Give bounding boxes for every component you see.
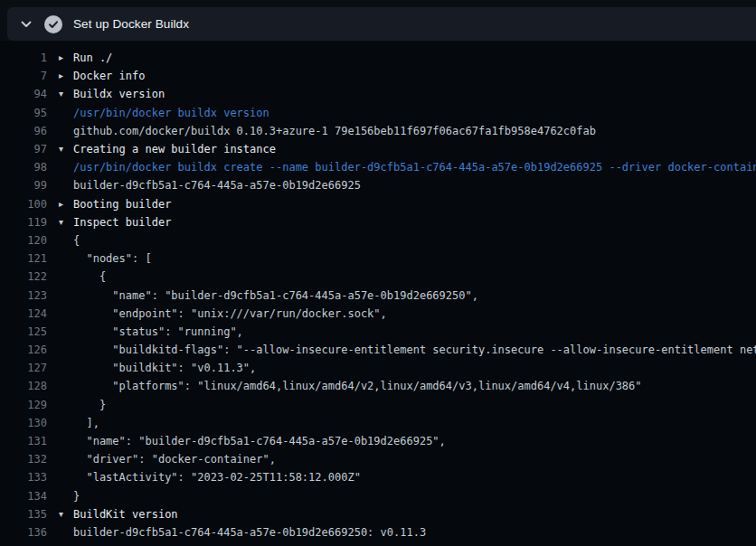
log-line: 123 "name": "builder-d9cfb5a1-c764-445a-… xyxy=(0,286,756,304)
caret-right-icon[interactable]: ▸ xyxy=(59,53,71,62)
step-title: Set up Docker Buildx xyxy=(73,17,189,31)
log-line: 100▸Booting builder xyxy=(0,195,756,213)
line-number[interactable]: 131 xyxy=(0,435,47,447)
log-line: 133 "lastActivity": "2023-02-25T11:58:12… xyxy=(0,468,756,486)
log-line: 127 "buildkit": "v0.11.3", xyxy=(0,359,756,377)
log-line: 130 ], xyxy=(0,414,756,432)
log-output-text: github.com/docker/buildx 0.10.3+azure-1 … xyxy=(73,125,596,137)
line-number[interactable]: 122 xyxy=(0,270,47,283)
log-line: 136builder-d9cfb5a1-c764-445a-a57e-0b19d… xyxy=(0,523,756,541)
log-line: 99builder-d9cfb5a1-c764-445a-a57e-0b19d2… xyxy=(0,176,756,194)
log-group-title[interactable]: BuildKit version xyxy=(73,508,178,521)
line-number[interactable]: 120 xyxy=(0,234,47,247)
log-line: 96github.com/docker/buildx 0.10.3+azure-… xyxy=(0,122,756,140)
line-number[interactable]: 126 xyxy=(0,344,47,356)
log-line: 126 "buildkitd-flags": "--allow-insecure… xyxy=(0,341,756,359)
caret-down-icon[interactable]: ▾ xyxy=(59,510,71,519)
log-line: 132 "driver": "docker-container", xyxy=(0,450,756,468)
log-line: 97▾Creating a new builder instance xyxy=(0,140,756,158)
log-group-title[interactable]: Docker info xyxy=(73,70,145,82)
log-output-text: builder-d9cfb5a1-c764-445a-a57e-0b19d2e6… xyxy=(73,179,361,192)
log-line: 128 "platforms": "linux/amd64,linux/amd6… xyxy=(0,377,756,395)
line-number[interactable]: 123 xyxy=(0,289,47,302)
log-output-text: "lastActivity": "2023-02-25T11:58:12.000… xyxy=(73,471,361,484)
caret-down-icon[interactable]: ▾ xyxy=(59,218,71,227)
log-output-text: "platforms": "linux/amd64,linux/amd64/v2… xyxy=(73,380,642,392)
caret-right-icon[interactable]: ▸ xyxy=(59,71,71,80)
log-group-title[interactable]: Buildx version xyxy=(73,88,165,100)
line-number[interactable]: 98 xyxy=(0,161,47,174)
line-number[interactable]: 1 xyxy=(0,52,47,64)
log-line: 95/usr/bin/docker buildx version xyxy=(0,104,756,122)
log-line: 134} xyxy=(0,487,756,505)
chevron-down-icon[interactable] xyxy=(19,17,33,32)
log-output-text: "nodes": [ xyxy=(73,252,152,265)
log-command-text: /usr/bin/docker buildx version xyxy=(73,107,269,119)
log-line: 119▾Inspect builder xyxy=(0,213,756,231)
log-output-text: ], xyxy=(73,417,99,429)
log-output-text: "name": "builder-d9cfb5a1-c764-445a-a57e… xyxy=(73,435,446,447)
log-output-text: } xyxy=(73,490,80,503)
log-line: 124 "endpoint": "unix:///var/run/docker.… xyxy=(0,305,756,323)
line-number[interactable]: 136 xyxy=(0,526,47,539)
log-output-text: "status": "running", xyxy=(73,325,243,338)
log-output-text: "endpoint": "unix:///var/run/docker.sock… xyxy=(73,307,387,320)
line-number[interactable]: 132 xyxy=(0,453,47,466)
log-output-text: "name": "builder-d9cfb5a1-c764-445a-a57e… xyxy=(73,289,478,302)
caret-right-icon[interactable]: ▸ xyxy=(59,200,71,209)
line-number[interactable]: 121 xyxy=(0,252,47,265)
log-output-text: "driver": "docker-container", xyxy=(73,453,276,466)
line-number[interactable]: 100 xyxy=(0,198,47,211)
log-line: 98/usr/bin/docker buildx create --name b… xyxy=(0,158,756,176)
line-number[interactable]: 129 xyxy=(0,399,47,411)
line-number[interactable]: 119 xyxy=(0,216,47,229)
line-number[interactable]: 7 xyxy=(0,70,47,82)
line-number[interactable]: 95 xyxy=(0,107,47,119)
check-circle-icon xyxy=(44,15,62,33)
log-line: 120{ xyxy=(0,231,756,249)
line-number[interactable]: 134 xyxy=(0,490,47,503)
log-output-text: { xyxy=(73,234,80,247)
log-line: 121 "nodes": [ xyxy=(0,249,756,268)
line-number[interactable]: 99 xyxy=(0,179,47,192)
log-group-title[interactable]: Booting builder xyxy=(73,198,171,211)
line-number[interactable]: 94 xyxy=(0,88,47,100)
caret-down-icon[interactable]: ▾ xyxy=(59,89,71,99)
log-line: 94▾Buildx version xyxy=(0,85,756,103)
line-number[interactable]: 128 xyxy=(0,380,47,392)
step-header[interactable]: Set up Docker Buildx xyxy=(7,7,756,41)
log-line: 122 { xyxy=(0,268,756,286)
line-number[interactable]: 125 xyxy=(0,325,47,338)
line-number[interactable]: 130 xyxy=(0,417,47,429)
caret-down-icon[interactable]: ▾ xyxy=(59,145,71,154)
log-output-text: "buildkit": "v0.11.3", xyxy=(73,362,256,374)
line-number[interactable]: 135 xyxy=(0,508,47,521)
log-panel: 1▸Run ./7▸Docker info94▾Buildx version95… xyxy=(0,41,756,546)
log-line: 131 "name": "builder-d9cfb5a1-c764-445a-… xyxy=(0,432,756,450)
log-group-title[interactable]: Inspect builder xyxy=(73,216,171,229)
log-output-text: builder-d9cfb5a1-c764-445a-a57e-0b19d2e6… xyxy=(73,526,426,539)
line-number[interactable]: 97 xyxy=(0,143,47,155)
actions-log-viewer: Set up Docker Buildx 1▸Run ./7▸Docker in… xyxy=(0,0,756,546)
log-line: 129 } xyxy=(0,396,756,414)
line-number[interactable]: 133 xyxy=(0,471,47,484)
log-group-title[interactable]: Run ./ xyxy=(73,52,112,64)
line-number[interactable]: 96 xyxy=(0,125,47,137)
log-line: 125 "status": "running", xyxy=(0,323,756,341)
line-number[interactable]: 124 xyxy=(0,307,47,320)
log-output-text: "buildkitd-flags": "--allow-insecure-ent… xyxy=(73,344,756,356)
log-output-text: { xyxy=(73,270,106,283)
line-number[interactable]: 127 xyxy=(0,362,47,374)
log-command-text: /usr/bin/docker buildx create --name bui… xyxy=(73,161,756,174)
log-group-title[interactable]: Creating a new builder instance xyxy=(73,143,276,155)
log-output-text: } xyxy=(73,399,106,411)
log-line: 1▸Run ./ xyxy=(0,49,756,67)
log-line: 135▾BuildKit version xyxy=(0,505,756,523)
log-line: 7▸Docker info xyxy=(0,67,756,85)
